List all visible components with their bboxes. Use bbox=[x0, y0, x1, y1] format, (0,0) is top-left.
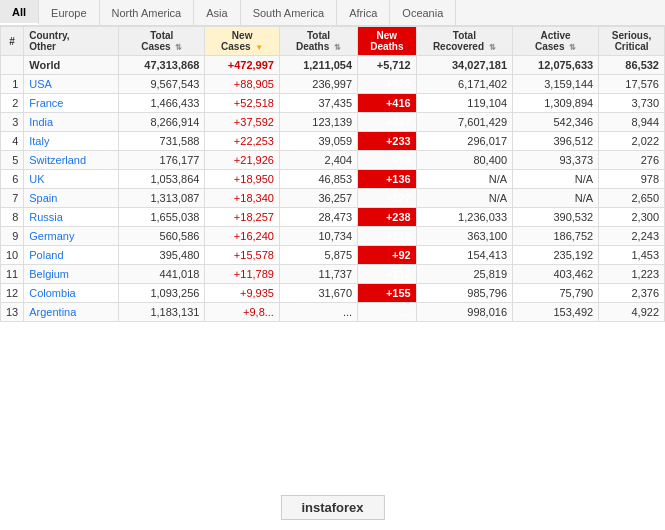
row-country[interactable]: France bbox=[24, 94, 119, 113]
country-link[interactable]: Italy bbox=[29, 135, 49, 147]
row-new-deaths: +238 bbox=[358, 208, 417, 227]
table-row: 8Russia1,655,038+18,25728,473+2381,236,0… bbox=[1, 208, 665, 227]
row-total-deaths: 28,473 bbox=[279, 208, 357, 227]
country-link[interactable]: Switzerland bbox=[29, 154, 86, 166]
row-country[interactable]: Switzerland bbox=[24, 151, 119, 170]
row-total-deaths: 37,435 bbox=[279, 94, 357, 113]
row-country[interactable]: Italy bbox=[24, 132, 119, 151]
country-link[interactable]: UK bbox=[29, 173, 44, 185]
row-serious: 2,243 bbox=[599, 227, 665, 246]
world-new-deaths: +5,712 bbox=[358, 56, 417, 75]
row-rank: 4 bbox=[1, 132, 24, 151]
row-new-cases: +9,935 bbox=[205, 284, 280, 303]
row-rank: 6 bbox=[1, 170, 24, 189]
row-total-cases: 560,586 bbox=[119, 227, 205, 246]
row-rank: 3 bbox=[1, 113, 24, 132]
row-new-cases: +88,905 bbox=[205, 75, 280, 94]
row-active: 186,752 bbox=[513, 227, 599, 246]
row-new-deaths: +92 bbox=[358, 246, 417, 265]
tab-south-america[interactable]: South America bbox=[241, 0, 338, 25]
row-total-deaths: 36,257 bbox=[279, 189, 357, 208]
row-total-cases: 8,266,914 bbox=[119, 113, 205, 132]
row-rank: 11 bbox=[1, 265, 24, 284]
row-serious: 276 bbox=[599, 151, 665, 170]
country-link[interactable]: Germany bbox=[29, 230, 74, 242]
row-total-deaths: 31,670 bbox=[279, 284, 357, 303]
world-country: World bbox=[24, 56, 119, 75]
row-new-cases: +16,240 bbox=[205, 227, 280, 246]
tab-europe[interactable]: Europe bbox=[39, 0, 99, 25]
row-recovered: 296,017 bbox=[416, 132, 512, 151]
row-serious: 2,650 bbox=[599, 189, 665, 208]
country-link[interactable]: Russia bbox=[29, 211, 63, 223]
country-link[interactable]: Spain bbox=[29, 192, 57, 204]
row-rank: 9 bbox=[1, 227, 24, 246]
row-rank: 8 bbox=[1, 208, 24, 227]
world-active: 12,075,633 bbox=[513, 56, 599, 75]
row-recovered: 985,796 bbox=[416, 284, 512, 303]
row-rank: 10 bbox=[1, 246, 24, 265]
country-link[interactable]: Belgium bbox=[29, 268, 69, 280]
row-active: N/A bbox=[513, 189, 599, 208]
tab-africa[interactable]: Africa bbox=[337, 0, 390, 25]
row-total-deaths: 123,139 bbox=[279, 113, 357, 132]
country-link[interactable]: India bbox=[29, 116, 53, 128]
row-country[interactable]: India bbox=[24, 113, 119, 132]
world-recovered: 34,027,181 bbox=[416, 56, 512, 75]
row-total-cases: 395,480 bbox=[119, 246, 205, 265]
world-total-deaths: 1,211,054 bbox=[279, 56, 357, 75]
row-recovered: 6,171,402 bbox=[416, 75, 512, 94]
col-header-serious: Serious,Critical bbox=[599, 27, 665, 56]
row-total-cases: 1,093,256 bbox=[119, 284, 205, 303]
tab-asia[interactable]: Asia bbox=[194, 0, 240, 25]
row-total-cases: 441,018 bbox=[119, 265, 205, 284]
row-recovered: 80,400 bbox=[416, 151, 512, 170]
world-new-cases: +472,997 bbox=[205, 56, 280, 75]
table-row: 11Belgium441,018+11,78911,737+11225,8194… bbox=[1, 265, 665, 284]
country-link[interactable]: Argentina bbox=[29, 306, 76, 318]
row-total-deaths: 46,853 bbox=[279, 170, 357, 189]
table-row: 6UK1,053,864+18,95046,853+136N/AN/A978 bbox=[1, 170, 665, 189]
row-recovered: N/A bbox=[416, 189, 512, 208]
row-country[interactable]: Colombia bbox=[24, 284, 119, 303]
world-row: World 47,313,868 +472,997 1,211,054 +5,7… bbox=[1, 56, 665, 75]
row-total-cases: 9,567,543 bbox=[119, 75, 205, 94]
row-country[interactable]: Poland bbox=[24, 246, 119, 265]
tab-all[interactable]: All bbox=[0, 0, 39, 25]
row-active: 153,492 bbox=[513, 303, 599, 322]
row-serious: 8,944 bbox=[599, 113, 665, 132]
row-rank: 2 bbox=[1, 94, 24, 113]
row-new-deaths: +112 bbox=[358, 265, 417, 284]
tab-oceania[interactable]: Oceania bbox=[390, 0, 456, 25]
row-rank: 5 bbox=[1, 151, 24, 170]
row-total-deaths: 11,737 bbox=[279, 265, 357, 284]
row-country[interactable]: Argentina bbox=[24, 303, 119, 322]
country-link[interactable]: USA bbox=[29, 78, 52, 90]
world-total-cases: 47,313,868 bbox=[119, 56, 205, 75]
table-row: 1USA9,567,543+88,905236,997+5226,171,402… bbox=[1, 75, 665, 94]
row-recovered: N/A bbox=[416, 170, 512, 189]
tab-north-america[interactable]: North America bbox=[100, 0, 195, 25]
row-country[interactable]: Russia bbox=[24, 208, 119, 227]
country-link[interactable]: Colombia bbox=[29, 287, 75, 299]
row-new-cases: +15,578 bbox=[205, 246, 280, 265]
row-country[interactable]: USA bbox=[24, 75, 119, 94]
row-active: 3,159,144 bbox=[513, 75, 599, 94]
row-country[interactable]: Germany bbox=[24, 227, 119, 246]
row-rank: 7 bbox=[1, 189, 24, 208]
row-serious: 4,922 bbox=[599, 303, 665, 322]
row-new-deaths: ... bbox=[358, 303, 417, 322]
country-link[interactable]: France bbox=[29, 97, 63, 109]
row-serious: 17,576 bbox=[599, 75, 665, 94]
col-header-new-cases: NewCases ▼ bbox=[205, 27, 280, 56]
row-active: 235,192 bbox=[513, 246, 599, 265]
row-rank: 12 bbox=[1, 284, 24, 303]
table-row: 5Switzerland176,177+21,9262,404+7880,400… bbox=[1, 151, 665, 170]
row-country[interactable]: Belgium bbox=[24, 265, 119, 284]
row-new-deaths: +127 bbox=[358, 189, 417, 208]
table-row: 2France1,466,433+52,51837,435+416119,104… bbox=[1, 94, 665, 113]
row-country[interactable]: UK bbox=[24, 170, 119, 189]
row-serious: 2,376 bbox=[599, 284, 665, 303]
row-country[interactable]: Spain bbox=[24, 189, 119, 208]
country-link[interactable]: Poland bbox=[29, 249, 63, 261]
